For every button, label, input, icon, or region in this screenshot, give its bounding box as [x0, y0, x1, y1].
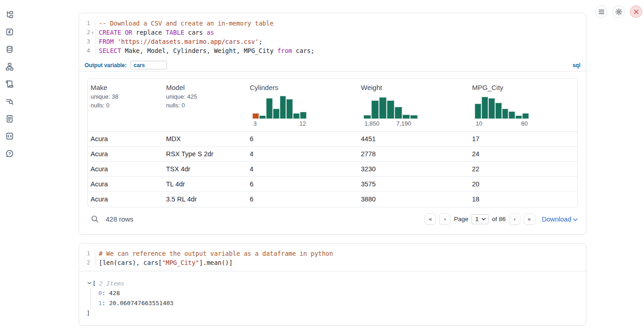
column-stat: unique: 38 [91, 93, 161, 100]
histogram-bars [364, 95, 418, 119]
histogram-bar [402, 115, 410, 119]
table-cell: Acura [88, 192, 163, 207]
snippets-icon [5, 132, 14, 142]
fold-chevron-icon[interactable]: ∨ [90, 28, 95, 37]
chevron-right-icon: › [513, 216, 515, 222]
sidebar-item-snippets[interactable] [5, 132, 14, 142]
python-output-tree: [ 2 Items 0: 4281: 20.060747663551403 ] [79, 271, 586, 318]
sidebar-item-documentation[interactable] [5, 115, 14, 124]
axis-max-label: 60 [521, 120, 528, 127]
tree-item-index: 1 [98, 300, 102, 307]
sidebar-item-functions[interactable] [5, 28, 14, 37]
sidebar-item-dependency-graph[interactable] [5, 63, 14, 72]
logs-search-icon [5, 97, 14, 107]
settings-button[interactable] [612, 5, 625, 18]
code-text: CREATE OR replace TABLE cars as [95, 28, 586, 37]
histogram-axis-labels: 312 [252, 120, 306, 127]
chevron-left-icon: ‹ [444, 216, 446, 222]
axis-min-label: 3 [253, 120, 257, 127]
tree-item-value: : 20.060747663551403 [102, 300, 174, 307]
table-row: Acura3.5 RL 4dr6388018 [88, 192, 577, 207]
page-select[interactable]: 1 [472, 214, 489, 224]
code-text: FROM 'https://datasets.marimo.app/cars.c… [95, 37, 586, 46]
svg-text:?: ? [8, 151, 11, 156]
last-page-button[interactable]: » [524, 213, 535, 225]
token: [len(cars), cars[ [99, 259, 162, 266]
code-line: 4SELECT Make, Model, Cylinders, Weight, … [79, 46, 586, 55]
histogram-bar [475, 104, 481, 119]
table-cell: TSX 4dr [163, 162, 247, 176]
table-cell: 18 [469, 192, 577, 207]
sidebar-item-logs-search[interactable] [5, 97, 14, 107]
help-icon: ? [5, 149, 14, 159]
token: SELECT [99, 47, 121, 54]
histogram-bar [286, 99, 293, 119]
sidebar-item-scratchpad[interactable] [5, 80, 14, 90]
table-cell: 3880 [358, 192, 469, 207]
token: 'https://datasets.marimo.app/cars.csv' [118, 38, 259, 45]
code-line: 1# We can reference the output variable … [79, 249, 586, 258]
row-count: 428 rows [106, 215, 134, 223]
sidebar-item-datasets[interactable] [5, 45, 14, 55]
sidebar-item-help[interactable]: ? [5, 149, 14, 159]
table-cell: 6 [247, 132, 358, 146]
fold-slot [90, 258, 95, 267]
code-line: 3FROM 'https://datasets.marimo.app/cars.… [79, 37, 586, 46]
table-footer: 428 rows « ‹ Page 1 of 86 › » Download [87, 213, 578, 225]
histogram-bar [273, 109, 279, 119]
histogram-bar [293, 113, 300, 119]
menu-button[interactable] [595, 5, 607, 18]
token: ; [259, 38, 263, 45]
table-header-row: Makeunique: 38nulls: 0Modelunique: 425nu… [88, 79, 577, 132]
tree-item: 1: 20.060747663551403 [98, 298, 586, 308]
dataframe-table: Makeunique: 38nulls: 0Modelunique: 425nu… [87, 78, 578, 207]
histogram-bar [482, 97, 488, 119]
line-number: 4 [79, 46, 90, 55]
output-variable-input[interactable] [130, 61, 167, 69]
output-variable-label: Output variable: [85, 62, 127, 69]
table-cell: 4 [247, 147, 358, 161]
code-editor-sql[interactable]: 1-- Download a CSV and create an in-memo… [79, 13, 586, 59]
token [114, 38, 118, 45]
close-bracket: ] [86, 308, 586, 318]
shutdown-button[interactable] [630, 5, 642, 18]
column-header-weight[interactable]: Weight1,8507,190 [358, 79, 469, 131]
column-header-mpg_city[interactable]: MPG_City1060 [469, 79, 577, 131]
functions-icon [5, 28, 14, 38]
window-controls [595, 5, 642, 18]
histogram-bar [522, 113, 529, 119]
first-page-button[interactable]: « [424, 213, 436, 225]
table-cell: 22 [469, 162, 577, 176]
token: FROM [99, 38, 114, 45]
table-body: AcuraMDX6445117AcuraRSX Type S 2dr427782… [88, 132, 577, 207]
axis-max-label: 7,190 [396, 120, 411, 127]
token: Make, Model, Cylinders, Weight, MPG_City [121, 47, 277, 54]
column-header-cylinders[interactable]: Cylinders312 [247, 79, 358, 131]
next-page-button[interactable]: › [509, 213, 521, 225]
left-toolbar: ? [5, 11, 14, 159]
table-cell: 6 [247, 192, 358, 207]
code-text: [len(cars), cars["MPG_City"].mean()] [95, 258, 586, 267]
search-icon[interactable] [91, 215, 99, 223]
column-header-make[interactable]: Makeunique: 38nulls: 0 [88, 79, 163, 131]
table-cell: 24 [469, 147, 577, 161]
collapse-caret-icon[interactable] [86, 282, 92, 285]
token: replace [132, 29, 166, 36]
prev-page-button[interactable]: ‹ [439, 213, 451, 225]
column-name: Cylinders [250, 84, 355, 91]
download-button[interactable]: Download [542, 216, 578, 223]
fold-slot [90, 46, 95, 55]
column-header-model[interactable]: Modelunique: 425nulls: 0 [163, 79, 247, 131]
histogram-cylinders: 312 [252, 95, 306, 127]
output-variable-bar: Output variable: sql [79, 59, 586, 72]
python-cell: 1# We can reference the output variable … [79, 243, 586, 326]
histogram-bars [475, 95, 529, 119]
menu-icon [598, 9, 605, 15]
token: TABLE [166, 29, 184, 36]
sidebar-item-file-tree[interactable] [5, 11, 14, 20]
page-label: Page [454, 216, 468, 222]
chevrons-right-icon: » [527, 216, 531, 222]
sql-cell: 1-- Download a CSV and create an in-memo… [79, 13, 586, 235]
code-editor-python[interactable]: 1# We can reference the output variable … [79, 243, 586, 271]
histogram-bar [495, 103, 502, 119]
